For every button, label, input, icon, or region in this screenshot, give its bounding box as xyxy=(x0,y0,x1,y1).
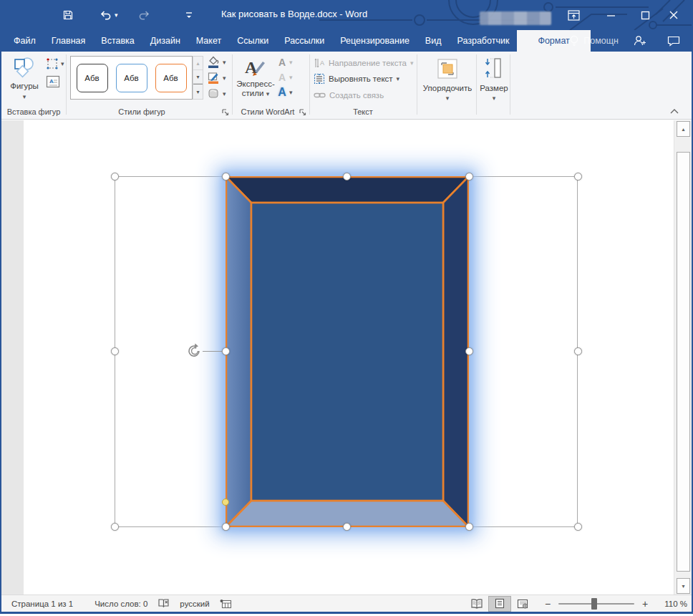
align-text-label: Выровнять текст xyxy=(329,74,393,83)
language-indicator[interactable]: русский xyxy=(180,600,209,608)
shape-style-preset-1[interactable]: Абв xyxy=(77,64,108,92)
size-icon xyxy=(483,56,505,82)
size-button[interactable]: Размер ▾ xyxy=(478,53,510,117)
edit-shape-button[interactable]: ▾ xyxy=(46,57,64,70)
text-direction-button-disabled[interactable]: A Направление текста ▾ xyxy=(314,57,414,69)
handle-box-mid-left[interactable] xyxy=(111,347,119,355)
word-count[interactable]: Число слов: 0 xyxy=(94,600,147,608)
text-effects-button[interactable]: А ▾ xyxy=(277,85,293,99)
align-text-button[interactable]: Выровнять текст ▾ xyxy=(314,73,399,85)
shape-effects-caret-icon: ▾ xyxy=(223,91,226,97)
shape-style-preset-2[interactable]: Абв xyxy=(116,64,147,92)
customize-qat-button[interactable] xyxy=(180,6,198,24)
quick-access-toolbar: ▾ xyxy=(59,6,198,24)
tab-layout[interactable]: Макет xyxy=(188,30,229,52)
zoom-out-button[interactable]: − xyxy=(543,598,553,610)
tab-developer[interactable]: Разработчик xyxy=(449,30,517,52)
create-link-button-disabled[interactable]: Создать связь xyxy=(314,90,384,100)
tab-insert[interactable]: Вставка xyxy=(93,30,142,52)
tab-home[interactable]: Главная xyxy=(44,30,94,52)
rotate-handle[interactable] xyxy=(186,342,203,360)
zoom-level[interactable]: 110 % xyxy=(654,600,687,608)
handle-box-bottom-left[interactable] xyxy=(111,523,119,531)
maximize-button[interactable] xyxy=(633,6,657,24)
tab-design[interactable]: Дизайн xyxy=(142,30,188,52)
rotation-handle-connector xyxy=(203,351,223,352)
frame-shape[interactable] xyxy=(226,176,469,527)
undo-button[interactable] xyxy=(96,6,115,24)
text-effects-icon: А xyxy=(277,86,287,99)
shape-outline-button[interactable]: ▾ xyxy=(206,71,226,85)
proofing-errors-icon[interactable] xyxy=(158,598,170,609)
page-indicator[interactable]: Страница 1 из 1 xyxy=(11,600,73,608)
gallery-more-button[interactable]: ▾ xyxy=(193,84,203,99)
shape-outline-icon xyxy=(206,71,220,85)
zoom-slider-thumb[interactable] xyxy=(591,598,597,610)
redo-button-disabled[interactable] xyxy=(135,6,154,24)
shape-style-preset-3[interactable]: Абв xyxy=(155,64,187,92)
edit-shape-caret-icon: ▾ xyxy=(61,61,64,67)
tell-me-label[interactable]: Помощн xyxy=(583,36,619,46)
text-box-icon: A xyxy=(46,74,60,89)
vertical-scrollbar[interactable]: ▴ ▾ xyxy=(674,120,692,595)
handle-shape-bottom-left[interactable] xyxy=(222,523,230,531)
shapes-caret-icon: ▾ xyxy=(23,94,26,100)
save-button[interactable] xyxy=(59,6,77,24)
shape-styles-dialog-launcher[interactable] xyxy=(222,109,229,116)
adjust-handle[interactable] xyxy=(222,499,229,506)
text-box-button[interactable]: A xyxy=(46,74,60,92)
create-link-label: Создать связь xyxy=(329,91,384,100)
document-canvas[interactable] xyxy=(1,120,692,595)
web-layout-button[interactable] xyxy=(511,596,534,612)
handle-box-top-left[interactable] xyxy=(111,173,119,181)
handle-box-bottom-right[interactable] xyxy=(574,523,582,531)
collapse-ribbon-button[interactable] xyxy=(669,107,680,116)
status-bar: Страница 1 из 1 Число слов: 0 русский − xyxy=(1,595,692,612)
scroll-down-icon: ▾ xyxy=(682,583,684,589)
gallery-scroll-up-button[interactable]: ▴ xyxy=(193,57,203,70)
handle-shape-bottom-center[interactable] xyxy=(343,523,351,531)
tab-references[interactable]: Ссылки xyxy=(229,30,276,52)
undo-caret-icon[interactable]: ▾ xyxy=(115,12,118,18)
tab-file[interactable]: Файл xyxy=(6,30,44,52)
zoom-slider-track[interactable] xyxy=(558,603,634,605)
read-mode-button[interactable] xyxy=(465,596,488,612)
shape-outline-caret-icon: ▾ xyxy=(223,75,226,81)
handle-box-mid-right[interactable] xyxy=(574,347,582,355)
handle-shape-top-left[interactable] xyxy=(222,173,230,181)
quick-styles-label-line2: стили ▾ xyxy=(242,89,269,98)
handle-shape-mid-right[interactable] xyxy=(465,347,473,355)
scroll-down-button[interactable]: ▾ xyxy=(677,578,690,594)
gallery-scroll-down-button[interactable]: ▾ xyxy=(193,70,203,84)
tab-view[interactable]: Вид xyxy=(417,30,450,52)
scroll-up-icon: ▴ xyxy=(682,126,684,133)
handle-shape-top-right[interactable] xyxy=(465,173,473,181)
wordart-dialog-launcher[interactable] xyxy=(299,109,306,116)
arrange-label: Упорядочить xyxy=(423,84,472,93)
scrollbar-thumb[interactable] xyxy=(677,152,690,572)
zoom-in-button[interactable]: + xyxy=(640,598,650,610)
tab-review[interactable]: Рецензирование xyxy=(332,30,417,52)
text-fill-button-disabled[interactable]: A ▾ xyxy=(277,55,293,69)
edit-shape-icon xyxy=(46,57,59,70)
group-label-text: Текст xyxy=(309,107,417,116)
close-button[interactable] xyxy=(662,6,686,24)
arrange-button[interactable]: Упорядочить ▾ xyxy=(420,53,475,117)
minimize-button[interactable] xyxy=(598,6,623,24)
share-person-icon[interactable] xyxy=(633,35,647,47)
handle-shape-bottom-right[interactable] xyxy=(465,523,473,531)
lightbulb-icon xyxy=(569,35,579,47)
macro-record-icon[interactable] xyxy=(220,599,232,609)
ribbon-display-options-button[interactable] xyxy=(561,6,586,24)
tab-mailings[interactable]: Рассылки xyxy=(276,30,332,52)
handle-shape-top-center[interactable] xyxy=(343,173,351,181)
shape-fill-button[interactable]: ▾ xyxy=(206,55,226,69)
print-layout-button[interactable] xyxy=(488,596,511,612)
shape-effects-button[interactable]: ▾ xyxy=(206,87,226,100)
title-bar: ▾ Как рисовать в Ворде.docx - Word xyxy=(1,0,692,30)
text-outline-button-disabled[interactable]: A ▾ xyxy=(277,70,293,84)
handle-shape-mid-left[interactable] xyxy=(222,347,230,355)
scroll-up-button[interactable]: ▴ xyxy=(677,121,690,137)
comments-icon[interactable] xyxy=(667,36,680,47)
handle-box-top-right[interactable] xyxy=(574,173,582,181)
